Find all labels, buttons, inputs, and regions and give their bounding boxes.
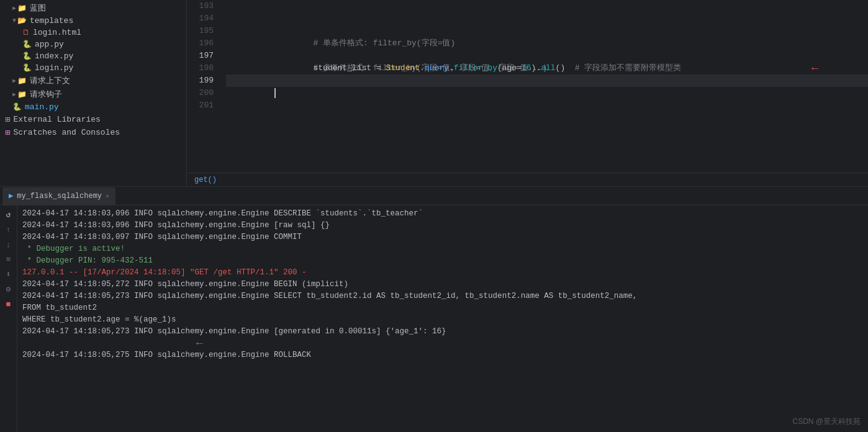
arrow-right-icon-3: ▶	[12, 91, 16, 98]
folder-icon-2: 📁	[17, 76, 27, 86]
line-num-193: 193	[187, 0, 214, 12]
sidebar-label-qingqiu-gouzai: 请求钩子	[30, 89, 62, 100]
arrow-down-icon: ▼	[12, 17, 16, 24]
stop-btn[interactable]: ■	[2, 297, 16, 311]
line-num-199: 199	[187, 74, 214, 87]
sidebar-item-index-py[interactable]: 🐍 index.py	[0, 50, 186, 62]
sidebar-item-login-html[interactable]: 🗋 login.html	[0, 27, 186, 38]
sidebar-label-qingqiu-shangxia: 请求上下文	[30, 75, 70, 86]
sidebar-label-index-py: index.py	[35, 52, 73, 61]
scroll-down-btn[interactable]: ↓	[2, 238, 16, 251]
run-icon: ▶	[9, 191, 13, 200]
py-file-icon-2: 🐍	[22, 52, 32, 61]
py-main-icon: 🐍	[12, 102, 22, 112]
line-num-195: 195	[187, 25, 214, 37]
code-lines[interactable]: # 单条件格式: filter_by(字段=值) ⬦ # 多条件格式: filt…	[221, 0, 868, 173]
log-line-3: 2024-04-17 14:18:03,097 INFO sqlalchemy.…	[22, 232, 863, 243]
code-line-198: print(student_list) ←	[226, 62, 868, 74]
html-file-icon: 🗋	[22, 28, 30, 37]
sidebar-item-login-py[interactable]: 🐍 login.py	[0, 62, 186, 74]
sidebar-item-label: 蓝图	[30, 2, 46, 14]
line-num-194: 194	[187, 12, 214, 25]
log-line-8: 2024-04-17 14:18:05,273 INFO sqlalchemy.…	[22, 290, 863, 302]
libs-icon: ⊞	[5, 114, 10, 125]
line-numbers: 193 194 195 196 197 198 199 200 201	[187, 0, 221, 173]
py-file-icon: 🐍	[22, 40, 32, 49]
line-num-196: 196	[187, 37, 214, 50]
footer-label: get()	[194, 176, 217, 184]
settings-btn[interactable]: ⚙	[2, 282, 16, 296]
sidebar-item-lantu[interactable]: ▶ 📁 蓝图	[0, 1, 186, 15]
log-line-6: 127.0.0.1 -- [17/Apr/2024 14:18:05] "GET…	[22, 267, 863, 279]
code-line-193	[226, 0, 868, 12]
log-line-9: FROM tb_student2	[22, 302, 863, 314]
code-arrow-198: ←	[811, 62, 818, 74]
sidebar-label-scratches: Scratches and Consoles	[13, 128, 120, 137]
sidebar-label-login-html: login.html	[33, 28, 81, 37]
scroll-up-btn[interactable]: ↑	[2, 223, 16, 236]
folder-icon-3: 📁	[17, 90, 27, 99]
sidebar-item-external-libs[interactable]: ⊞ External Libraries	[0, 113, 186, 126]
log-line-5: * Debugger PIN: 995-432-511	[22, 255, 863, 267]
editor-footer: get()	[187, 173, 868, 186]
folder-open-icon: 📂	[17, 16, 27, 25]
sidebar-label-templates: templates	[30, 16, 73, 25]
arrow-right-icon: ▶	[12, 4, 16, 12]
line-num-198: 198	[187, 62, 214, 74]
run-tab-label: my_flask_sqlalchemy	[17, 192, 102, 200]
sidebar-label-login-py: login.py	[35, 63, 73, 73]
pin-btn[interactable]: ⬇	[2, 268, 16, 281]
sidebar-item-app-py[interactable]: 🐍 app.py	[0, 38, 186, 50]
code-line-197: student_list = Student.query.filter_by(a…	[226, 50, 868, 62]
log-line-12: [小黑<Student>, 小黑<Student>] ←	[22, 338, 863, 349]
code-editor[interactable]: 193 194 195 196 197 198 199 200 201 # 单条…	[187, 0, 868, 186]
log-line-1: 2024-04-17 14:18:03,096 INFO sqlalchemy.…	[22, 208, 863, 220]
py-file-icon-3: 🐍	[22, 63, 32, 73]
close-tab-icon[interactable]: ✕	[106, 192, 109, 200]
clear-btn[interactable]: ≡	[2, 253, 16, 266]
log-line-2: 2024-04-17 14:18:03,096 INFO sqlalchemy.…	[22, 220, 863, 232]
file-tree: ▶ 📁 蓝图 ▼ 📂 templates 🗋 login.html 🐍 app.…	[0, 0, 187, 186]
line-num-197: 197	[187, 50, 214, 62]
sidebar-label-app-py: app.py	[35, 40, 64, 49]
code-line-200	[226, 87, 868, 99]
bottom-content: ↺ ↑ ↓ ≡ ⬇ ⚙ ■ 2024-04-17 14:18:03,096 IN…	[0, 205, 868, 432]
sidebar-item-qingqiu-shangxia[interactable]: ▶ 📁 请求上下文	[0, 74, 186, 88]
line-num-201: 201	[187, 99, 214, 112]
arrow-right-icon-2: ▶	[12, 77, 16, 84]
code-line-195: # 单条件格式: filter_by(字段=值)	[226, 25, 868, 37]
bottom-panel: ▶ my_flask_sqlalchemy ✕ ↺ ↑ ↓ ≡ ⬇ ⚙ ■ 20…	[0, 186, 868, 432]
log-line-7: 2024-04-17 14:18:05,272 INFO sqlalchemy.…	[22, 279, 863, 290]
sidebar-label-external: External Libraries	[13, 115, 100, 124]
restart-btn[interactable]: ↺	[2, 208, 16, 222]
console-output: 2024-04-17 14:18:03,096 INFO sqlalchemy.…	[17, 205, 868, 432]
scratches-icon: ⊞	[5, 127, 10, 138]
code-line-194	[226, 12, 868, 25]
console-arrow: ←	[196, 338, 203, 349]
log-line-13: 2024-04-17 14:18:05,275 INFO sqlalchemy.…	[22, 349, 863, 361]
folder-icon: 📁	[17, 4, 27, 13]
line-num-200: 200	[187, 87, 214, 99]
run-toolbar: ↺ ↑ ↓ ≡ ⬇ ⚙ ■	[0, 205, 17, 432]
code-line-199[interactable]	[226, 74, 868, 87]
log-line-10: WHERE tb_student2.age = %(age_1)s	[22, 314, 863, 326]
code-line-196: ⬦ # 多条件格式: filter_by(字段=值, 字段=值, 字段=值...…	[226, 37, 868, 50]
sidebar-item-scratches[interactable]: ⊞ Scratches and Consoles	[0, 126, 186, 139]
run-tab[interactable]: ▶ my_flask_sqlalchemy ✕	[2, 187, 115, 205]
sidebar-item-qingqiu-gouzai[interactable]: ▶ 📁 请求钩子	[0, 88, 186, 101]
sidebar-item-templates[interactable]: ▼ 📂 templates	[0, 15, 186, 27]
bottom-panel-tabs: ▶ my_flask_sqlalchemy ✕	[0, 187, 868, 205]
log-line-11: 2024-04-17 14:18:05,273 INFO sqlalchemy.…	[22, 326, 863, 338]
log-line-4: * Debugger is active!	[22, 243, 863, 255]
watermark: CSDN @景天科技苑	[792, 416, 861, 427]
code-line-201	[226, 99, 868, 112]
sidebar-item-main-py[interactable]: 🐍 main.py	[0, 101, 186, 113]
sidebar-label-main-py: main.py	[25, 102, 59, 112]
